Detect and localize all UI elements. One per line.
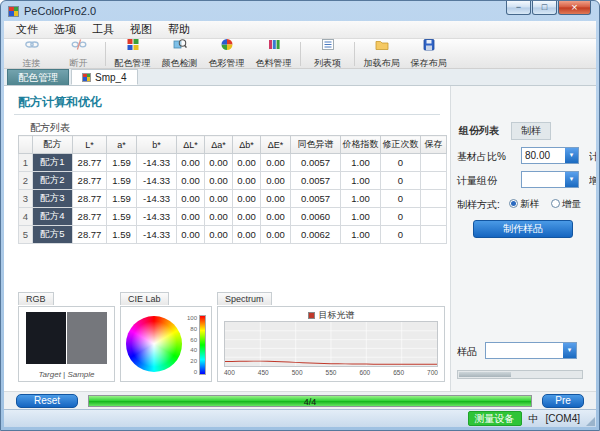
x-tick: 550 bbox=[326, 369, 337, 376]
page-title: 配方计算和优化 bbox=[18, 94, 102, 111]
toolbar-label: 列表项 bbox=[314, 58, 341, 68]
chevron-down-icon[interactable]: ▼ bbox=[563, 343, 576, 358]
column-header[interactable]: 保存 bbox=[421, 136, 447, 154]
sample-dropdown[interactable]: ▼ bbox=[485, 342, 577, 359]
save-cell[interactable] bbox=[421, 226, 447, 244]
toolbar-label: 加载布局 bbox=[364, 58, 400, 68]
menu-help[interactable]: 帮助 bbox=[160, 21, 198, 38]
radio-label: 增量 bbox=[562, 198, 581, 209]
pre-button[interactable]: Pre bbox=[542, 394, 584, 408]
formula-name-cell[interactable]: 配方1 bbox=[33, 154, 73, 172]
menu-file[interactable]: 文件 bbox=[8, 21, 46, 38]
tab-component-list[interactable]: 组份列表 bbox=[459, 124, 499, 138]
formula-name-cell[interactable]: 配方3 bbox=[33, 190, 73, 208]
toolbar: 连接 断开 配色管理 颜色检测 bbox=[4, 39, 596, 69]
table-row[interactable]: 3 配方3 28.77 1.59 -14.33 0.00 0.00 0.00 0… bbox=[19, 190, 447, 208]
radio-new-sample[interactable]: 新样 bbox=[509, 198, 539, 211]
radio-increment[interactable]: 增量 bbox=[551, 198, 581, 211]
a-value: 1.59 bbox=[107, 226, 137, 244]
toolbar-separator bbox=[354, 42, 355, 66]
da-value: 0.00 bbox=[205, 172, 233, 190]
formula-name-cell[interactable]: 配方4 bbox=[33, 208, 73, 226]
toolbar-list-items[interactable]: 列表项 bbox=[304, 37, 351, 70]
column-header[interactable]: 配方 bbox=[33, 136, 73, 154]
column-header[interactable]: a* bbox=[107, 136, 137, 154]
menu-tools[interactable]: 工具 bbox=[84, 21, 122, 38]
save-cell[interactable] bbox=[421, 172, 447, 190]
minimize-button[interactable] bbox=[506, 1, 531, 15]
toolbar-connect[interactable]: 连接 bbox=[8, 37, 55, 70]
formula-name-cell[interactable]: 配方5 bbox=[33, 226, 73, 244]
sample-making-panel: 组份列表 制样 基材占比% 80.00 ▼ 计 计量组份 ▼ 增 制样方式: 新… bbox=[450, 86, 596, 391]
tab-make-sample[interactable]: 制样 bbox=[511, 122, 551, 140]
chevron-down-icon[interactable]: ▼ bbox=[565, 172, 578, 187]
toolbar-color-manage[interactable]: 色彩管理 bbox=[203, 37, 250, 70]
column-header[interactable]: 修正次数 bbox=[381, 136, 421, 154]
column-header[interactable]: b* bbox=[137, 136, 177, 154]
x-tick: 500 bbox=[292, 369, 303, 376]
de-value: 0.00 bbox=[261, 190, 291, 208]
formula-name-cell[interactable]: 配方2 bbox=[33, 172, 73, 190]
spectrum-panel-tab[interactable]: Spectrum bbox=[217, 292, 272, 305]
dl-value: 0.00 bbox=[177, 154, 205, 172]
row-number: 4 bbox=[19, 208, 33, 226]
tab-color-matching[interactable]: 配色管理 bbox=[7, 69, 69, 85]
cielab-panel-tab[interactable]: CIE Lab bbox=[120, 292, 169, 305]
tab-smp4[interactable]: Smp_4 bbox=[71, 69, 138, 85]
toolbar-colorant-manage[interactable]: 色料管理 bbox=[250, 37, 297, 70]
toolbar-separator bbox=[300, 42, 301, 66]
scrollbar-thumb[interactable] bbox=[459, 372, 511, 377]
scale-tick: 100 bbox=[187, 315, 197, 321]
list-icon bbox=[304, 37, 351, 52]
make-sample-button[interactable]: 制作样品 bbox=[473, 220, 573, 238]
save-cell[interactable] bbox=[421, 208, 447, 226]
column-header[interactable]: ΔE* bbox=[261, 136, 291, 154]
toolbar-color-detect[interactable]: 颜色检测 bbox=[156, 37, 203, 70]
app-window: PeColorPro2.0 文件 选项 工具 视图 帮助 连接 bbox=[0, 0, 600, 431]
base-ratio-input[interactable]: 80.00 ▼ bbox=[521, 147, 579, 164]
db-value: 0.00 bbox=[233, 208, 261, 226]
column-header[interactable]: 价格指数 bbox=[341, 136, 381, 154]
close-button[interactable] bbox=[558, 1, 591, 15]
row-number: 3 bbox=[19, 190, 33, 208]
spectrum-xticks: 400 450 500 550 600 650 700 bbox=[224, 369, 438, 376]
toolbar-save-layout[interactable]: 保存布局 bbox=[405, 37, 452, 70]
corrections-value: 0 bbox=[381, 226, 421, 244]
column-header[interactable]: Δa* bbox=[205, 136, 233, 154]
metamerism-value: 0.0057 bbox=[291, 172, 341, 190]
table-row[interactable]: 1 配方1 28.77 1.59 -14.33 0.00 0.00 0.00 0… bbox=[19, 154, 447, 172]
menu-view[interactable]: 视图 bbox=[122, 21, 160, 38]
horizontal-scrollbar[interactable] bbox=[457, 370, 583, 379]
link-icon bbox=[8, 37, 55, 52]
client-area: 文件 选项 工具 视图 帮助 连接 断开 bbox=[4, 21, 596, 427]
toolbar-disconnect[interactable]: 断开 bbox=[55, 37, 102, 70]
column-header[interactable]: L* bbox=[73, 136, 107, 154]
chevron-down-icon[interactable]: ▼ bbox=[565, 148, 578, 163]
reset-button[interactable]: Reset bbox=[16, 394, 78, 408]
dl-value: 0.00 bbox=[177, 226, 205, 244]
column-header[interactable]: Δb* bbox=[233, 136, 261, 154]
base-ratio-value: 80.00 bbox=[525, 150, 550, 161]
save-cell[interactable] bbox=[421, 190, 447, 208]
table-row[interactable]: 5 配方5 28.77 1.59 -14.33 0.00 0.00 0.00 0… bbox=[19, 226, 447, 244]
table-row[interactable]: 4 配方4 28.77 1.59 -14.33 0.00 0.00 0.00 0… bbox=[19, 208, 447, 226]
toolbar-load-layout[interactable]: 加载布局 bbox=[358, 37, 405, 70]
menu-options[interactable]: 选项 bbox=[46, 21, 84, 38]
scale-tick: 80 bbox=[187, 326, 197, 332]
metering-component-dropdown[interactable]: ▼ bbox=[521, 171, 579, 188]
clipped-label: 增 bbox=[589, 174, 596, 188]
dl-value: 0.00 bbox=[177, 208, 205, 226]
unlink-icon bbox=[55, 37, 102, 52]
radio-unselected-icon[interactable] bbox=[551, 199, 560, 208]
table-row[interactable]: 2 配方2 28.77 1.59 -14.33 0.00 0.00 0.00 0… bbox=[19, 172, 447, 190]
rgb-panel-tab[interactable]: RGB bbox=[18, 292, 54, 305]
resize-grip-icon[interactable] bbox=[586, 417, 595, 426]
toolbar-color-matching[interactable]: 配色管理 bbox=[109, 37, 156, 70]
target-swatch bbox=[26, 312, 66, 364]
column-header[interactable]: 同色异谱 bbox=[291, 136, 341, 154]
save-cell[interactable] bbox=[421, 154, 447, 172]
radio-selected-icon[interactable] bbox=[509, 199, 518, 208]
scale-tick: 20 bbox=[187, 358, 197, 364]
maximize-button[interactable] bbox=[532, 1, 557, 15]
column-header[interactable]: ΔL* bbox=[177, 136, 205, 154]
